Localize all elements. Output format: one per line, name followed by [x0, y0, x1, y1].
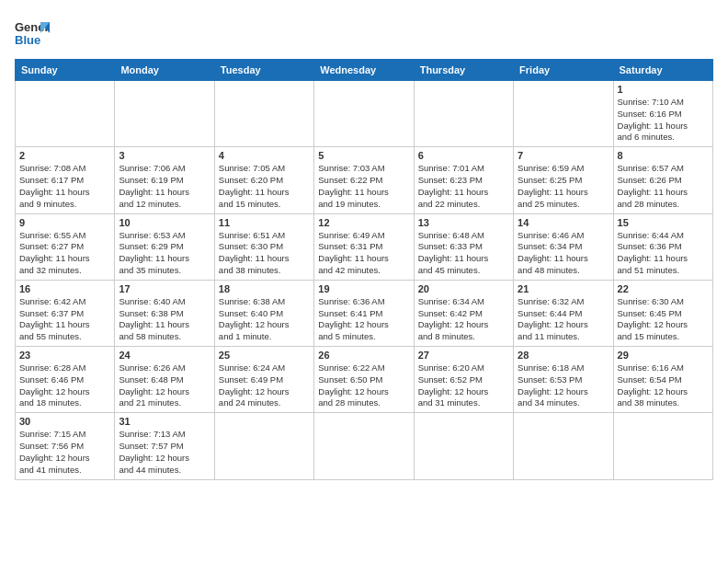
- calendar-cell: 18Sunrise: 6:38 AM Sunset: 6:40 PM Dayli…: [214, 280, 313, 346]
- calendar-cell: 24Sunrise: 6:26 AM Sunset: 6:48 PM Dayli…: [115, 347, 214, 413]
- day-info: Sunrise: 6:59 AM Sunset: 6:25 PM Dayligh…: [518, 163, 609, 210]
- calendar-cell: 5Sunrise: 7:03 AM Sunset: 6:22 PM Daylig…: [314, 147, 414, 213]
- day-info: Sunrise: 6:22 AM Sunset: 6:50 PM Dayligh…: [318, 362, 409, 409]
- weekday-header-friday: Friday: [514, 60, 613, 81]
- calendar-cell: 25Sunrise: 6:24 AM Sunset: 6:49 PM Dayli…: [214, 347, 313, 413]
- calendar-cell: [514, 81, 613, 147]
- week-row-4: 16Sunrise: 6:42 AM Sunset: 6:37 PM Dayli…: [16, 280, 713, 346]
- day-info: Sunrise: 6:30 AM Sunset: 6:45 PM Dayligh…: [618, 296, 709, 343]
- weekday-header-wednesday: Wednesday: [314, 60, 414, 81]
- day-info: Sunrise: 6:18 AM Sunset: 6:53 PM Dayligh…: [518, 362, 609, 409]
- day-number: 10: [119, 217, 210, 228]
- day-info: Sunrise: 6:44 AM Sunset: 6:36 PM Dayligh…: [618, 230, 709, 277]
- week-row-1: 1Sunrise: 7:10 AM Sunset: 6:16 PM Daylig…: [16, 81, 713, 147]
- day-number: 14: [518, 217, 609, 228]
- day-info: Sunrise: 7:08 AM Sunset: 6:17 PM Dayligh…: [19, 163, 110, 210]
- weekday-header-monday: Monday: [115, 60, 214, 81]
- day-info: Sunrise: 6:24 AM Sunset: 6:49 PM Dayligh…: [219, 362, 310, 409]
- day-info: Sunrise: 7:05 AM Sunset: 6:20 PM Dayligh…: [219, 163, 310, 210]
- day-info: Sunrise: 6:40 AM Sunset: 6:38 PM Dayligh…: [119, 296, 210, 343]
- day-number: 9: [19, 217, 110, 228]
- calendar-cell: 6Sunrise: 7:01 AM Sunset: 6:23 PM Daylig…: [414, 147, 513, 213]
- calendar-cell: 28Sunrise: 6:18 AM Sunset: 6:53 PM Dayli…: [514, 347, 613, 413]
- calendar-cell: 26Sunrise: 6:22 AM Sunset: 6:50 PM Dayli…: [314, 347, 414, 413]
- day-info: Sunrise: 6:20 AM Sunset: 6:52 PM Dayligh…: [418, 362, 509, 409]
- day-number: 8: [618, 150, 709, 161]
- day-number: 24: [119, 350, 210, 361]
- day-number: 17: [119, 283, 210, 294]
- calendar-cell: 21Sunrise: 6:32 AM Sunset: 6:44 PM Dayli…: [514, 280, 613, 346]
- week-row-3: 9Sunrise: 6:55 AM Sunset: 6:27 PM Daylig…: [16, 213, 713, 280]
- calendar-cell: 12Sunrise: 6:49 AM Sunset: 6:31 PM Dayli…: [314, 213, 414, 280]
- day-number: 16: [19, 283, 110, 294]
- day-number: 2: [19, 150, 110, 161]
- calendar-cell: 14Sunrise: 6:46 AM Sunset: 6:34 PM Dayli…: [514, 213, 613, 280]
- day-number: 19: [318, 283, 409, 294]
- weekday-header-sunday: Sunday: [16, 60, 115, 81]
- day-number: 20: [418, 283, 509, 294]
- calendar-cell: 22Sunrise: 6:30 AM Sunset: 6:45 PM Dayli…: [613, 280, 712, 346]
- calendar-cell: 19Sunrise: 6:36 AM Sunset: 6:41 PM Dayli…: [314, 280, 414, 346]
- day-info: Sunrise: 7:15 AM Sunset: 7:56 PM Dayligh…: [19, 429, 110, 476]
- calendar-cell: 29Sunrise: 6:16 AM Sunset: 6:54 PM Dayli…: [613, 347, 712, 413]
- calendar-cell: [414, 81, 513, 147]
- week-row-2: 2Sunrise: 7:08 AM Sunset: 6:17 PM Daylig…: [16, 147, 713, 213]
- calendar-cell: 2Sunrise: 7:08 AM Sunset: 6:17 PM Daylig…: [16, 147, 115, 213]
- week-row-5: 23Sunrise: 6:28 AM Sunset: 6:46 PM Dayli…: [16, 347, 713, 413]
- day-info: Sunrise: 6:16 AM Sunset: 6:54 PM Dayligh…: [618, 362, 709, 409]
- calendar-cell: [16, 81, 115, 147]
- day-number: 31: [119, 416, 210, 427]
- day-info: Sunrise: 6:28 AM Sunset: 6:46 PM Dayligh…: [19, 362, 110, 409]
- day-number: 29: [618, 350, 709, 361]
- day-number: 26: [318, 350, 409, 361]
- day-info: Sunrise: 6:55 AM Sunset: 6:27 PM Dayligh…: [19, 230, 110, 277]
- calendar-cell: 4Sunrise: 7:05 AM Sunset: 6:20 PM Daylig…: [214, 147, 313, 213]
- day-info: Sunrise: 6:26 AM Sunset: 6:48 PM Dayligh…: [119, 362, 210, 409]
- calendar-cell: 8Sunrise: 6:57 AM Sunset: 6:26 PM Daylig…: [613, 147, 712, 213]
- day-info: Sunrise: 6:42 AM Sunset: 6:37 PM Dayligh…: [19, 296, 110, 343]
- day-number: 4: [219, 150, 310, 161]
- calendar-cell: [314, 413, 414, 479]
- calendar-cell: [115, 81, 214, 147]
- day-number: 7: [518, 150, 609, 161]
- day-number: 5: [318, 150, 409, 161]
- day-info: Sunrise: 6:34 AM Sunset: 6:42 PM Dayligh…: [418, 296, 509, 343]
- calendar-table: SundayMondayTuesdayWednesdayThursdayFrid…: [15, 59, 713, 480]
- calendar-cell: 3Sunrise: 7:06 AM Sunset: 6:19 PM Daylig…: [115, 147, 214, 213]
- calendar-cell: 30Sunrise: 7:15 AM Sunset: 7:56 PM Dayli…: [16, 413, 115, 479]
- calendar-cell: [613, 413, 712, 479]
- calendar-cell: 23Sunrise: 6:28 AM Sunset: 6:46 PM Dayli…: [16, 347, 115, 413]
- logo-icon: General Blue: [15, 15, 50, 50]
- day-info: Sunrise: 7:10 AM Sunset: 6:16 PM Dayligh…: [618, 97, 709, 144]
- day-info: Sunrise: 7:13 AM Sunset: 7:57 PM Dayligh…: [119, 429, 210, 476]
- day-info: Sunrise: 6:51 AM Sunset: 6:30 PM Dayligh…: [219, 230, 310, 277]
- day-number: 25: [219, 350, 310, 361]
- calendar-cell: [214, 81, 313, 147]
- day-number: 15: [618, 217, 709, 228]
- calendar-cell: 15Sunrise: 6:44 AM Sunset: 6:36 PM Dayli…: [613, 213, 712, 280]
- day-info: Sunrise: 6:36 AM Sunset: 6:41 PM Dayligh…: [318, 296, 409, 343]
- day-number: 12: [318, 217, 409, 228]
- calendar-cell: [214, 413, 313, 479]
- header: General Blue: [15, 15, 713, 50]
- day-info: Sunrise: 6:38 AM Sunset: 6:40 PM Dayligh…: [219, 296, 310, 343]
- weekday-header-tuesday: Tuesday: [214, 60, 313, 81]
- day-info: Sunrise: 6:46 AM Sunset: 6:34 PM Dayligh…: [518, 230, 609, 277]
- day-number: 30: [19, 416, 110, 427]
- calendar-cell: 1Sunrise: 7:10 AM Sunset: 6:16 PM Daylig…: [613, 81, 712, 147]
- day-info: Sunrise: 6:57 AM Sunset: 6:26 PM Dayligh…: [618, 163, 709, 210]
- weekday-header-saturday: Saturday: [613, 60, 712, 81]
- calendar-cell: [514, 413, 613, 479]
- day-number: 23: [19, 350, 110, 361]
- day-number: 1: [618, 84, 709, 95]
- calendar-cell: 16Sunrise: 6:42 AM Sunset: 6:37 PM Dayli…: [16, 280, 115, 346]
- calendar-cell: 31Sunrise: 7:13 AM Sunset: 7:57 PM Dayli…: [115, 413, 214, 479]
- day-number: 22: [618, 283, 709, 294]
- day-info: Sunrise: 7:03 AM Sunset: 6:22 PM Dayligh…: [318, 163, 409, 210]
- day-number: 6: [418, 150, 509, 161]
- calendar-cell: 10Sunrise: 6:53 AM Sunset: 6:29 PM Dayli…: [115, 213, 214, 280]
- svg-text:Blue: Blue: [15, 33, 40, 47]
- day-number: 13: [418, 217, 509, 228]
- day-number: 27: [418, 350, 509, 361]
- day-info: Sunrise: 7:01 AM Sunset: 6:23 PM Dayligh…: [418, 163, 509, 210]
